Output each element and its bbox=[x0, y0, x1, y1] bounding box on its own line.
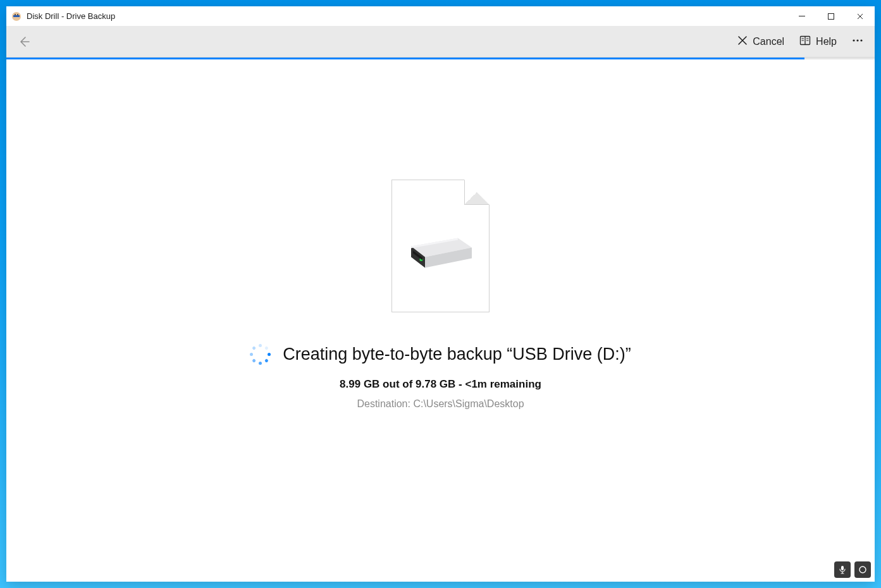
overlay-tray bbox=[834, 561, 871, 578]
content: Creating byte-to-byte backup “USB Drive … bbox=[6, 59, 875, 582]
svg-point-3 bbox=[17, 14, 18, 15]
status-row: Creating byte-to-byte backup “USB Drive … bbox=[250, 344, 631, 364]
minimize-button[interactable] bbox=[787, 6, 816, 27]
svg-rect-4 bbox=[799, 16, 805, 16]
app-window: Disk Drill - Drive Backup bbox=[6, 6, 875, 582]
toolbar: Cancel Help bbox=[6, 27, 875, 58]
more-icon bbox=[852, 37, 863, 48]
svg-rect-21 bbox=[841, 566, 844, 570]
progress-stats: 8.99 GB out of 9.78 GB - <1m remaining bbox=[340, 378, 541, 391]
app-icon bbox=[11, 11, 22, 21]
close-icon bbox=[737, 35, 748, 48]
assistant-button[interactable] bbox=[854, 561, 871, 578]
destination-line: Destination: C:\Users\Sigma\Desktop bbox=[357, 398, 524, 410]
circle-icon bbox=[858, 565, 867, 574]
window-title: Disk Drill - Drive Backup bbox=[27, 11, 115, 21]
back-button[interactable] bbox=[11, 29, 37, 54]
status-title: Creating byte-to-byte backup “USB Drive … bbox=[283, 345, 631, 364]
book-icon bbox=[799, 35, 811, 49]
microphone-button[interactable] bbox=[834, 561, 851, 578]
microphone-icon bbox=[838, 565, 847, 574]
maximize-button[interactable] bbox=[816, 6, 846, 27]
cancel-button[interactable]: Cancel bbox=[731, 32, 791, 52]
more-button[interactable] bbox=[846, 31, 870, 52]
help-label: Help bbox=[816, 36, 837, 47]
svg-point-13 bbox=[856, 39, 858, 41]
close-button[interactable] bbox=[846, 6, 875, 27]
file-icon bbox=[391, 180, 490, 312]
drive-icon bbox=[406, 229, 476, 276]
help-button[interactable]: Help bbox=[793, 31, 843, 52]
svg-point-14 bbox=[860, 39, 862, 41]
titlebar: Disk Drill - Drive Backup bbox=[6, 6, 875, 27]
cancel-label: Cancel bbox=[753, 36, 784, 47]
spinner-icon bbox=[250, 344, 270, 364]
window-controls bbox=[787, 6, 875, 27]
svg-point-22 bbox=[859, 567, 866, 573]
svg-point-2 bbox=[15, 14, 16, 15]
svg-rect-5 bbox=[829, 13, 834, 19]
svg-rect-1 bbox=[13, 15, 20, 17]
svg-point-12 bbox=[853, 39, 854, 41]
